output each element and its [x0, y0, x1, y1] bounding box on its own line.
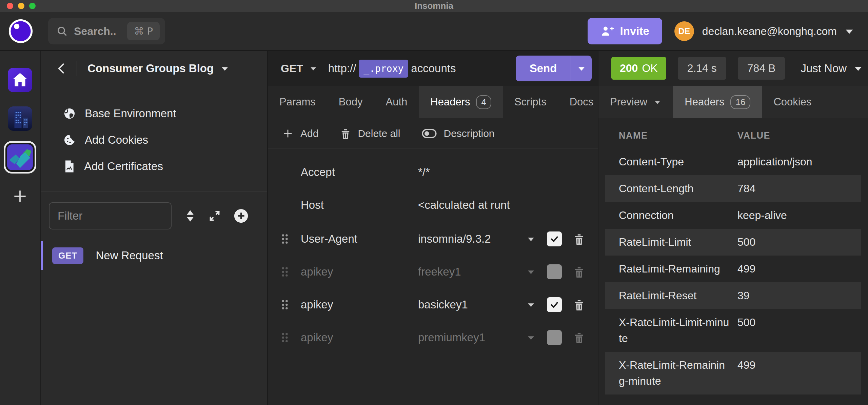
project-button-selected[interactable]	[4, 141, 36, 174]
global-search-input[interactable]: Search.. ⌘ P	[48, 18, 165, 44]
header-name[interactable]: apikey	[301, 331, 418, 344]
header-value[interactable]: basickey1	[418, 298, 525, 311]
workspace-dropdown[interactable]: Consumer Groups Blog	[87, 62, 229, 75]
expand-button[interactable]	[206, 207, 223, 225]
header-row[interactable]: apikey freekey1	[268, 255, 598, 288]
delete-header-button[interactable]	[572, 264, 586, 280]
back-button[interactable]	[54, 60, 69, 77]
header-options-caret[interactable]	[525, 267, 537, 276]
trash-icon	[573, 265, 585, 278]
plus-icon	[282, 128, 294, 139]
header-row[interactable]: apikey premiumkey1	[268, 321, 598, 354]
header-row-builtin[interactable]: Accept */*	[268, 156, 598, 188]
header-options-caret[interactable]	[525, 333, 537, 342]
table-row: Connectionkeep-alive	[605, 202, 861, 229]
header-enabled-checkbox[interactable]	[547, 264, 562, 279]
header-value[interactable]: freekey1	[418, 265, 525, 278]
status-code: 200	[620, 62, 638, 75]
add-request-button[interactable]	[231, 206, 251, 226]
filter-input[interactable]	[49, 202, 172, 229]
response-headers-count-badge: 16	[730, 95, 750, 109]
drag-handle-icon[interactable]	[268, 266, 301, 278]
status-text: OK	[642, 62, 657, 75]
request-list-item-active[interactable]: GET New Request	[41, 241, 267, 270]
account-avatar[interactable]: DE	[674, 21, 694, 41]
trash-icon	[573, 331, 585, 344]
header-enabled-checkbox[interactable]	[547, 231, 562, 246]
header-name[interactable]: Host	[301, 199, 418, 211]
headers-toolbar: Add Delete all Description	[268, 118, 598, 149]
expand-icon	[208, 209, 221, 223]
sidebar-header-divider	[77, 61, 77, 76]
account-menu-caret-icon[interactable]	[844, 27, 854, 35]
header-value[interactable]: insomnia/9.3.2	[418, 232, 525, 245]
trash-icon	[573, 232, 585, 245]
caret-down-icon	[653, 99, 662, 105]
toggle-description-button[interactable]: Description	[422, 128, 494, 139]
environment-list: Base Environment Add Cookies	[41, 86, 267, 180]
organization-button[interactable]	[8, 106, 32, 131]
delete-all-headers-button[interactable]: Delete all	[340, 127, 400, 140]
drag-handle-icon[interactable]	[268, 332, 301, 343]
insomnia-logo-icon[interactable]	[8, 19, 33, 44]
url-environment-variable[interactable]: _.proxy	[359, 60, 408, 78]
header-name[interactable]: apikey	[301, 265, 418, 278]
sort-icon	[184, 209, 196, 223]
header-value[interactable]: */*	[418, 166, 598, 179]
check-icon	[550, 234, 559, 244]
sidebar-item-base-environment[interactable]: Base Environment	[41, 100, 267, 127]
table-column-headers: NAME VALUE	[605, 118, 861, 148]
url-input[interactable]: http:// _.proxy accounts	[328, 60, 456, 78]
delete-header-button[interactable]	[572, 297, 586, 312]
tab-response-headers[interactable]: Headers 16	[673, 86, 762, 118]
header-name[interactable]: Accept	[301, 166, 418, 179]
response-headers-table: NAME VALUE Content-Typeapplication/json …	[605, 118, 861, 394]
invite-person-plus-icon	[600, 24, 614, 38]
sidebar-item-add-certificates[interactable]: Add Certificates	[41, 153, 267, 180]
header-name[interactable]: apikey	[301, 298, 418, 311]
header-row[interactable]: User-Agent insomnia/9.3.2	[268, 222, 598, 255]
caret-down-icon	[220, 65, 229, 72]
home-button[interactable]	[8, 68, 32, 92]
check-icon	[550, 300, 559, 309]
sidebar-item-add-cookies[interactable]: Add Cookies	[41, 127, 267, 153]
drag-handle-icon[interactable]	[268, 299, 301, 310]
send-button[interactable]: Send	[516, 56, 592, 81]
header-enabled-checkbox[interactable]	[547, 330, 562, 345]
response-history-dropdown[interactable]: Just Now	[801, 62, 863, 75]
header-row[interactable]: apikey basickey1	[268, 288, 598, 321]
sort-button[interactable]	[182, 207, 198, 225]
main-content: Consumer Groups Blog Base Environment	[0, 51, 868, 405]
invite-button[interactable]: Invite	[588, 18, 662, 44]
add-organization-button[interactable]	[12, 188, 28, 205]
header-options-caret[interactable]	[525, 235, 537, 243]
header-row-builtin[interactable]: Host <calculated at runt	[268, 188, 598, 221]
tab-preview[interactable]: Preview	[598, 86, 673, 118]
workspace-name: Consumer Groups Blog	[87, 62, 214, 75]
plus-icon	[12, 188, 28, 205]
header-options-caret[interactable]	[525, 300, 537, 309]
delete-header-button[interactable]	[572, 330, 586, 345]
response-pane: 200 OK 2.14 s 784 B Just Now Preview Hea…	[598, 51, 868, 405]
add-header-button[interactable]: Add	[282, 128, 318, 139]
caret-down-icon	[527, 302, 535, 308]
tab-auth[interactable]: Auth	[374, 86, 419, 118]
tab-body[interactable]: Body	[327, 86, 374, 118]
tab-cookies[interactable]: Cookies	[762, 86, 823, 118]
header-value[interactable]: premiumkey1	[418, 331, 525, 344]
tab-params[interactable]: Params	[268, 86, 327, 118]
response-time: 2.14 s	[678, 57, 726, 80]
tab-scripts[interactable]: Scripts	[503, 86, 558, 118]
header-name[interactable]: User-Agent	[301, 232, 418, 245]
tab-docs[interactable]: Docs	[558, 86, 605, 118]
tab-headers[interactable]: Headers 4	[419, 86, 503, 118]
request-tabbar: Params Body Auth Headers 4 Scripts Docs	[268, 86, 598, 118]
method-dropdown[interactable]: GET	[281, 62, 317, 75]
globe-icon	[63, 107, 76, 120]
send-options-caret[interactable]	[571, 56, 592, 81]
delete-header-button[interactable]	[572, 231, 586, 247]
header-enabled-checkbox[interactable]	[547, 297, 562, 312]
header-value[interactable]: <calculated at runt	[418, 199, 598, 211]
drag-handle-icon[interactable]	[268, 233, 301, 245]
caret-down-icon	[527, 236, 535, 242]
